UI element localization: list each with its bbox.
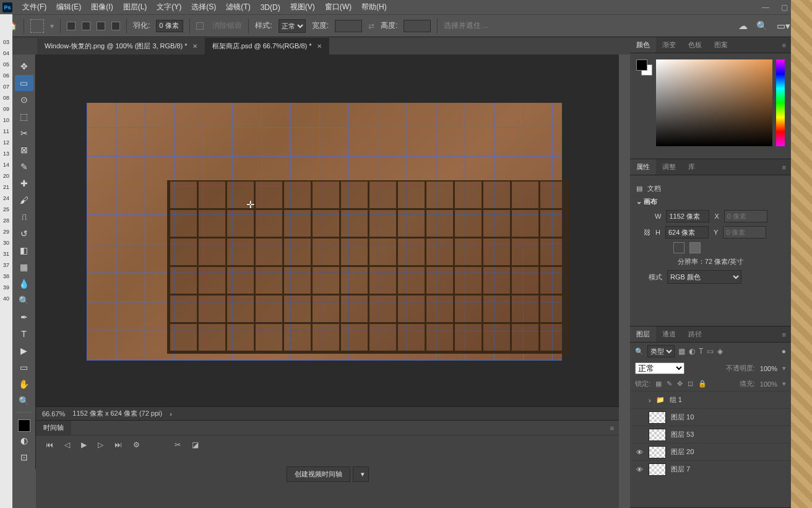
tab-gradient[interactable]: 渐变	[656, 37, 682, 53]
tl-play-icon[interactable]: ▶	[81, 440, 87, 449]
tl-next-icon[interactable]: ▷	[98, 440, 103, 449]
style-select[interactable]: 正常	[279, 19, 306, 33]
menu-3d[interactable]: 3D(D)	[256, 3, 285, 12]
layer-name[interactable]: 图层 20	[671, 447, 694, 457]
color-picker[interactable]	[656, 59, 772, 146]
eyedropper-tool[interactable]: ✎	[15, 159, 33, 175]
tab-swatches[interactable]: 色板	[682, 37, 708, 53]
sel-new-icon[interactable]	[67, 22, 76, 30]
visibility-icon[interactable]: 👁	[635, 466, 644, 473]
chevron-right-icon[interactable]: ›	[170, 410, 172, 418]
filter-adjust-icon[interactable]: ◐	[689, 347, 695, 356]
opacity-value[interactable]: 100%	[760, 365, 777, 372]
crop-tool[interactable]: ✂	[15, 125, 33, 141]
blend-mode-select[interactable]: 正常	[635, 362, 685, 374]
blur-tool[interactable]: 💧	[15, 276, 33, 292]
move-tool[interactable]: ✥	[15, 58, 33, 74]
sel-add-icon[interactable]	[82, 22, 90, 30]
tl-prev-icon[interactable]: ◁	[64, 440, 70, 449]
tab-channels[interactable]: 通道	[656, 326, 682, 342]
marquee-tool-indicator[interactable]	[30, 19, 44, 33]
search-icon[interactable]: 🔍	[756, 20, 768, 32]
cloud-icon[interactable]: ☁	[738, 20, 748, 32]
menu-view[interactable]: 视图(V)	[285, 2, 320, 12]
eraser-tool[interactable]: ◧	[15, 242, 33, 258]
path-select-tool[interactable]: ▶	[15, 343, 33, 359]
panel-menu-icon[interactable]: ≡	[782, 331, 791, 338]
swap-icon[interactable]: ⇄	[368, 22, 374, 30]
menu-help[interactable]: 帮助(H)	[356, 2, 392, 12]
tab-paths[interactable]: 路径	[682, 326, 708, 342]
chevron-right-icon[interactable]: ›	[649, 396, 651, 404]
mode-select[interactable]: RGB 颜色	[667, 270, 741, 284]
tl-last-icon[interactable]: ⏭	[114, 440, 122, 449]
fg-bg-swatches[interactable]	[636, 59, 652, 76]
window-minimize[interactable]: —	[756, 1, 775, 14]
lock-nest-icon[interactable]: ⊡	[688, 380, 693, 388]
fill-value[interactable]: 100%	[760, 380, 777, 388]
menu-image[interactable]: 图像(I)	[86, 2, 118, 12]
lasso-tool[interactable]: ⊙	[15, 92, 33, 108]
layer-row[interactable]: 图层 10	[630, 408, 791, 426]
layer-thumb[interactable]	[649, 429, 666, 441]
hue-slider[interactable]	[776, 59, 785, 146]
transition-icon[interactable]: ◪	[192, 440, 199, 449]
filter-type-icon[interactable]: T	[699, 347, 703, 356]
menu-type[interactable]: 文字(Y)	[152, 2, 186, 12]
scissors-icon[interactable]: ✂	[175, 440, 181, 449]
link-icon[interactable]: ⛓	[644, 229, 650, 236]
feather-input[interactable]	[156, 20, 183, 32]
filter-shape-icon[interactable]: ▭	[707, 347, 714, 356]
document-canvas[interactable]: ✛	[87, 103, 562, 361]
quickmask-icon[interactable]: ◐	[15, 432, 33, 449]
layer-name[interactable]: 图层 7	[671, 465, 690, 474]
pen-tool[interactable]: ✒	[15, 309, 33, 325]
create-video-timeline-button[interactable]: 创建视频时间轴	[287, 466, 350, 482]
brush-tool[interactable]: 🖌	[15, 192, 33, 208]
type-tool[interactable]: T	[15, 326, 33, 342]
tab-libraries[interactable]: 库	[682, 159, 701, 175]
panel-menu-icon[interactable]: ≡	[782, 42, 791, 49]
tab-layers[interactable]: 图层	[630, 326, 656, 342]
screenmode-icon[interactable]: ⊡	[15, 449, 33, 465]
tab-patterns[interactable]: 图案	[708, 37, 734, 53]
select-mask-button[interactable]: 选择并遮住…	[444, 20, 488, 31]
menu-window[interactable]: 窗口(W)	[320, 2, 356, 12]
layer-thumb[interactable]	[649, 411, 666, 424]
quick-select-tool[interactable]: ⬚	[15, 108, 33, 125]
search-icon[interactable]: 🔍	[635, 348, 644, 356]
doc-dims-readout[interactable]: 1152 像素 x 624 像素 (72 ppi)	[72, 409, 162, 418]
filter-smart-icon[interactable]: ◈	[717, 347, 723, 356]
menu-file[interactable]: 文件(F)	[17, 2, 51, 12]
portrait-icon[interactable]	[673, 242, 685, 253]
filter-pixel-icon[interactable]: ▦	[678, 347, 685, 356]
foreground-swatch[interactable]	[18, 419, 30, 432]
height-field[interactable]	[665, 226, 709, 239]
frame-tool[interactable]: ⊠	[15, 142, 33, 158]
tab-properties[interactable]: 属性	[630, 159, 656, 175]
menu-select[interactable]: 选择(S)	[186, 2, 221, 12]
sel-intersect-icon[interactable]	[111, 22, 120, 30]
menu-edit[interactable]: 编辑(E)	[51, 2, 86, 12]
timeline-dropdown[interactable]: ▾	[353, 466, 369, 482]
doc-tab-1[interactable]: Window-恢复的.png @ 100% (图层 3, RGB/8) * ✕	[37, 38, 205, 55]
sel-sub-icon[interactable]	[97, 22, 105, 30]
menu-filter[interactable]: 滤镜(T)	[221, 2, 255, 12]
layer-row[interactable]: 👁图层 7	[630, 460, 791, 478]
visibility-icon[interactable]: 👁	[635, 449, 644, 456]
layer-thumb[interactable]	[649, 446, 666, 458]
tl-first-icon[interactable]: ⏮	[46, 440, 53, 449]
menu-layer[interactable]: 图层(L)	[118, 2, 152, 12]
layer-row[interactable]: 👁图层 20	[630, 443, 791, 460]
lock-pos-icon[interactable]: ✥	[677, 380, 683, 388]
doc-tab-2[interactable]: 框架商店.psd @ 66.7%(RGB/8) * ✕	[205, 38, 329, 55]
canvas-viewport[interactable]: ✛	[36, 55, 619, 408]
layer-name[interactable]: 组 1	[670, 395, 682, 405]
tab-adjustments[interactable]: 调整	[656, 159, 682, 175]
marquee-tool[interactable]: ▭	[15, 75, 33, 91]
lock-trans-icon[interactable]: ▦	[655, 380, 662, 388]
history-brush-tool[interactable]: ↺	[15, 226, 33, 242]
landscape-icon[interactable]	[689, 242, 701, 253]
layer-row[interactable]: ›📁组 1	[630, 391, 791, 408]
antialias-checkbox[interactable]	[196, 22, 204, 30]
